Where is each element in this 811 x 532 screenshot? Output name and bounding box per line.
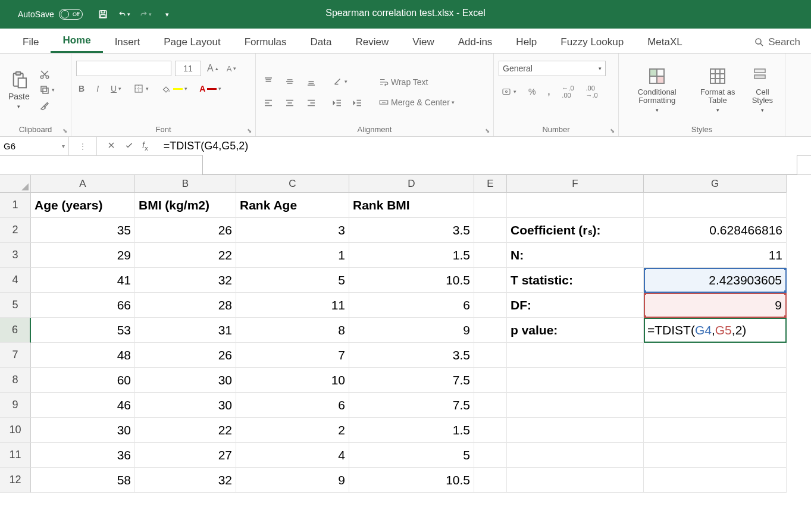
cell-C11[interactable]: 4 xyxy=(236,443,349,468)
merge-center-button[interactable]: Merge & Center▾ xyxy=(376,96,457,109)
cell-G4[interactable]: 2.423903605 xyxy=(644,268,787,293)
clipboard-launcher-icon[interactable]: ⬊ xyxy=(62,127,67,134)
tab-review[interactable]: Review xyxy=(343,32,400,53)
cell-C6[interactable]: 8 xyxy=(236,318,349,343)
cell-B11[interactable]: 27 xyxy=(135,443,236,468)
col-header-E[interactable]: E xyxy=(474,175,507,193)
ribbon-search[interactable]: Search xyxy=(749,32,805,53)
col-header-G[interactable]: G xyxy=(644,175,787,193)
formula-input[interactable]: =TDIST(G4,G5,2) xyxy=(158,137,811,155)
font-launcher-icon[interactable]: ⬊ xyxy=(247,127,252,134)
tab-fuzzy-lookup[interactable]: Fuzzy Lookup xyxy=(549,32,635,53)
number-format-select[interactable]: General▾ xyxy=(499,61,606,76)
font-name-input[interactable] xyxy=(76,61,171,76)
increase-indent-icon[interactable] xyxy=(350,96,365,109)
cell-D12[interactable]: 10.5 xyxy=(349,468,474,493)
cell-F12[interactable] xyxy=(507,468,644,493)
row-header-12[interactable]: 12 xyxy=(0,468,31,493)
cell-A11[interactable]: 36 xyxy=(31,443,135,468)
row-header-10[interactable]: 10 xyxy=(0,418,31,443)
align-left-icon[interactable] xyxy=(261,96,276,109)
cell-B7[interactable]: 26 xyxy=(135,343,236,368)
cell-B9[interactable]: 30 xyxy=(135,393,236,418)
percent-format-icon[interactable]: % xyxy=(526,86,538,98)
cell-B12[interactable]: 32 xyxy=(135,468,236,493)
paste-button[interactable]: Paste ▾ xyxy=(5,68,33,112)
cell-G7[interactable] xyxy=(644,343,787,368)
borders-button[interactable]: ▾ xyxy=(131,82,151,95)
cell-C2[interactable]: 3 xyxy=(236,218,349,243)
cell-B2[interactable]: 26 xyxy=(135,218,236,243)
cell-C5[interactable]: 11 xyxy=(236,293,349,318)
cell-C3[interactable]: 1 xyxy=(236,243,349,268)
cell-D10[interactable]: 1.5 xyxy=(349,418,474,443)
cell-E8[interactable] xyxy=(474,368,507,393)
cell-A1[interactable]: Age (years) xyxy=(31,193,135,218)
cell-G3[interactable]: 11 xyxy=(644,243,787,268)
font-color-button[interactable]: A▾ xyxy=(197,83,224,95)
row-header-1[interactable]: 1 xyxy=(0,193,31,218)
row-header-8[interactable]: 8 xyxy=(0,368,31,393)
cell-F10[interactable] xyxy=(507,418,644,443)
cell-A4[interactable]: 41 xyxy=(31,268,135,293)
align-top-icon[interactable] xyxy=(261,75,276,88)
tab-home[interactable]: Home xyxy=(51,30,102,53)
cell-styles-button[interactable]: Cell Styles▾ xyxy=(745,64,780,116)
cell-D6[interactable]: 9 xyxy=(349,318,474,343)
row-header-6[interactable]: 6 xyxy=(0,318,31,343)
font-size-input[interactable] xyxy=(175,61,201,76)
cell-B1[interactable]: BMI (kg/m2) xyxy=(135,193,236,218)
cell-F8[interactable] xyxy=(507,368,644,393)
cell-E3[interactable] xyxy=(474,243,507,268)
cell-A3[interactable]: 29 xyxy=(31,243,135,268)
cancel-formula-icon[interactable] xyxy=(107,140,116,152)
col-header-D[interactable]: D xyxy=(349,175,474,193)
cell-F7[interactable] xyxy=(507,343,644,368)
cut-button[interactable] xyxy=(37,68,57,81)
decrease-indent-icon[interactable] xyxy=(330,96,345,109)
cell-G6-editing[interactable]: =TDIST(G4,G5,2) xyxy=(644,318,787,343)
orientation-icon[interactable]: ▾ xyxy=(330,75,365,88)
save-icon[interactable] xyxy=(97,8,109,20)
cell-B5[interactable]: 28 xyxy=(135,293,236,318)
col-header-B[interactable]: B xyxy=(135,175,236,193)
cell-C1[interactable]: Rank Age xyxy=(236,193,349,218)
col-header-A[interactable]: A xyxy=(31,175,135,193)
row-header-4[interactable]: 4 xyxy=(0,268,31,293)
cell-C10[interactable]: 2 xyxy=(236,418,349,443)
tab-formulas[interactable]: Formulas xyxy=(233,32,299,53)
cell-E7[interactable] xyxy=(474,343,507,368)
cell-A5[interactable]: 66 xyxy=(31,293,135,318)
tab-view[interactable]: View xyxy=(400,32,446,53)
cell-E2[interactable] xyxy=(474,218,507,243)
cell-A7[interactable]: 48 xyxy=(31,343,135,368)
cell-E11[interactable] xyxy=(474,443,507,468)
redo-icon[interactable]: ▾ xyxy=(140,8,152,20)
cell-A8[interactable]: 60 xyxy=(31,368,135,393)
cell-G2[interactable]: 0.628466816 xyxy=(644,218,787,243)
cell-A6[interactable]: 53 xyxy=(31,318,135,343)
format-as-table-button[interactable]: Format as Table▾ xyxy=(693,64,742,116)
tab-page-layout[interactable]: Page Layout xyxy=(152,32,232,53)
tab-insert[interactable]: Insert xyxy=(103,32,152,53)
cell-D2[interactable]: 3.5 xyxy=(349,218,474,243)
cell-D7[interactable]: 3.5 xyxy=(349,343,474,368)
namebox-expand-icon[interactable]: ⋮ xyxy=(79,142,87,151)
cell-C12[interactable]: 9 xyxy=(236,468,349,493)
select-all-corner[interactable] xyxy=(0,175,31,193)
cell-E12[interactable] xyxy=(474,468,507,493)
spreadsheet-grid[interactable]: A B C D E F G 1 2 3 4 5 6 7 8 9 10 11 12 xyxy=(0,175,811,493)
italic-button[interactable]: I xyxy=(94,83,101,95)
cell-G1[interactable] xyxy=(644,193,787,218)
row-header-2[interactable]: 2 xyxy=(0,218,31,243)
cell-B10[interactable]: 22 xyxy=(135,418,236,443)
cell-F4[interactable]: T statistic: xyxy=(507,268,644,293)
cell-F3[interactable]: N: xyxy=(507,243,644,268)
cell-D11[interactable]: 5 xyxy=(349,443,474,468)
cell-G11[interactable] xyxy=(644,443,787,468)
accounting-format-icon[interactable]: ▾ xyxy=(499,85,519,98)
cell-B8[interactable]: 30 xyxy=(135,368,236,393)
cell-G8[interactable] xyxy=(644,368,787,393)
cell-B6[interactable]: 31 xyxy=(135,318,236,343)
copy-button[interactable]: ▾ xyxy=(37,83,57,96)
